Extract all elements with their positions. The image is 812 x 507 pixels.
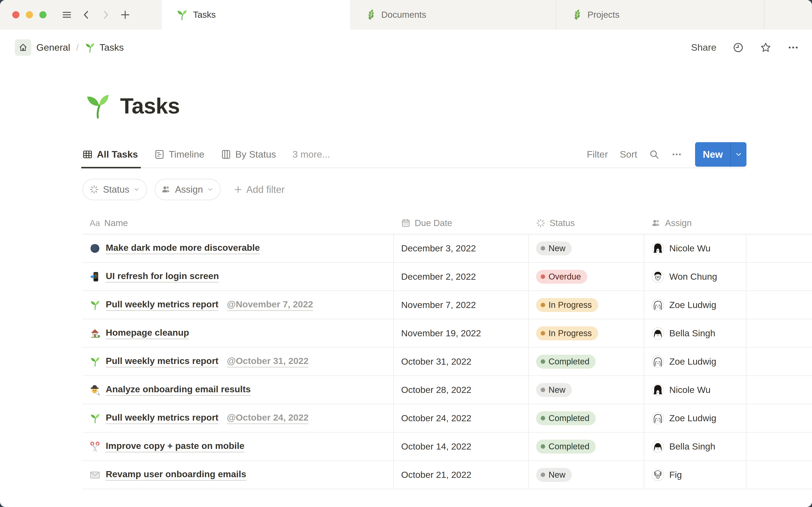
cell-name[interactable]: UI refresh for login screen bbox=[83, 263, 394, 290]
task-title[interactable]: Revamp user onboarding emails bbox=[106, 469, 246, 481]
cell-due-date[interactable]: December 2, 2022 bbox=[394, 263, 529, 290]
new-button[interactable]: New bbox=[695, 142, 730, 167]
back-icon[interactable] bbox=[81, 9, 92, 20]
column-header-name[interactable]: Aa Name bbox=[83, 218, 394, 228]
cell-assign[interactable]: Won Chung bbox=[644, 263, 747, 290]
filter-chip-label: Assign bbox=[175, 184, 203, 195]
view-toolbar: Filter Sort New bbox=[587, 142, 747, 167]
cell-name[interactable]: Revamp user onboarding emails bbox=[83, 461, 394, 489]
timeline-view-icon bbox=[154, 149, 164, 160]
cell-name[interactable]: Pull weekly metrics report @October 31, … bbox=[83, 348, 394, 376]
envelope-icon bbox=[90, 469, 100, 480]
column-label: Assign bbox=[665, 218, 692, 228]
cell-due-date[interactable]: October 21, 2022 bbox=[394, 461, 529, 489]
date-mention[interactable]: @November 7, 2022 bbox=[227, 299, 313, 311]
more-options-icon[interactable] bbox=[788, 42, 799, 53]
new-moon-icon bbox=[90, 243, 100, 254]
cell-due-date[interactable]: October 24, 2022 bbox=[394, 404, 529, 432]
cell-due-date[interactable]: October 31, 2022 bbox=[394, 348, 529, 376]
cell-status[interactable]: Overdue bbox=[529, 263, 644, 290]
cell-name[interactable]: Make dark mode more discoverable bbox=[83, 234, 394, 262]
avatar bbox=[652, 355, 664, 368]
cell-status[interactable]: New bbox=[529, 234, 644, 262]
table-row: Homepage cleanup November 19, 2022 In Pr… bbox=[83, 320, 812, 348]
cell-due-date[interactable]: November 19, 2022 bbox=[394, 320, 529, 347]
cell-name[interactable]: Analyze onboarding email results bbox=[83, 376, 394, 404]
new-dropdown-button[interactable] bbox=[730, 142, 747, 167]
history-clock-icon[interactable] bbox=[732, 42, 744, 53]
view-tab-timeline[interactable]: Timeline bbox=[154, 141, 204, 168]
cell-assign[interactable]: Nicole Wu bbox=[644, 376, 747, 404]
forward-icon[interactable] bbox=[100, 9, 111, 20]
date-mention[interactable]: @October 24, 2022 bbox=[227, 412, 308, 424]
cell-name[interactable]: Homepage cleanup bbox=[83, 320, 394, 347]
cell-status[interactable]: In Progress bbox=[529, 320, 644, 347]
due-date: November 7, 2022 bbox=[401, 300, 476, 310]
cell-assign[interactable]: Zoe Ludwig bbox=[644, 348, 747, 376]
zoom-window-button[interactable] bbox=[39, 11, 47, 18]
minimize-window-button[interactable] bbox=[26, 11, 33, 18]
date-mention[interactable]: @October 31, 2022 bbox=[227, 356, 308, 368]
cell-assign[interactable]: Zoe Ludwig bbox=[644, 291, 747, 319]
breadcrumb-page[interactable]: Tasks bbox=[99, 42, 124, 53]
column-header-status[interactable]: Status bbox=[529, 218, 644, 228]
window-tab-tasks[interactable]: Tasks bbox=[162, 0, 350, 30]
close-window-button[interactable] bbox=[12, 11, 19, 18]
column-header-due-date[interactable]: Due Date bbox=[394, 218, 529, 228]
cell-status[interactable]: Completed bbox=[529, 433, 644, 460]
cell-name[interactable]: Pull weekly metrics report @November 7, … bbox=[83, 291, 394, 319]
task-title[interactable]: Analyze onboarding email results bbox=[106, 384, 251, 396]
task-title[interactable]: UI refresh for login screen bbox=[106, 271, 219, 283]
page-title[interactable]: Tasks bbox=[120, 93, 180, 118]
home-button[interactable] bbox=[15, 39, 31, 56]
search-icon[interactable] bbox=[649, 149, 660, 160]
filter-button[interactable]: Filter bbox=[587, 149, 608, 160]
cell-assign[interactable]: Nicole Wu bbox=[644, 234, 747, 262]
window-tab-projects[interactable]: Projects bbox=[556, 0, 764, 30]
task-title[interactable]: Homepage cleanup bbox=[106, 327, 189, 339]
view-options-icon[interactable] bbox=[671, 149, 682, 160]
cell-due-date[interactable]: October 14, 2022 bbox=[394, 433, 529, 460]
assignee-name: Zoe Ludwig bbox=[669, 356, 716, 367]
cell-name[interactable]: Improve copy + paste on mobile bbox=[83, 433, 394, 460]
filter-chip-status[interactable]: Status bbox=[83, 179, 147, 200]
table-row: Analyze onboarding email results October… bbox=[83, 376, 812, 404]
task-title[interactable]: Pull weekly metrics report bbox=[106, 412, 218, 424]
cell-due-date[interactable]: October 28, 2022 bbox=[394, 376, 529, 404]
chevron-down-icon bbox=[735, 151, 742, 158]
task-title[interactable]: Pull weekly metrics report bbox=[106, 299, 218, 311]
cell-status[interactable]: In Progress bbox=[529, 291, 644, 319]
task-title[interactable]: Improve copy + paste on mobile bbox=[106, 441, 245, 452]
row-filler bbox=[747, 404, 812, 432]
cell-assign[interactable]: Zoe Ludwig bbox=[644, 404, 747, 432]
page-seedling-icon[interactable] bbox=[84, 93, 111, 119]
cell-status[interactable]: Completed bbox=[529, 348, 644, 376]
cell-name[interactable]: Pull weekly metrics report @October 24, … bbox=[83, 404, 394, 432]
more-views-button[interactable]: 3 more... bbox=[293, 149, 330, 160]
status-dot-icon bbox=[541, 472, 545, 477]
favorite-star-icon[interactable] bbox=[760, 42, 771, 53]
task-title[interactable]: Make dark mode more discoverable bbox=[106, 242, 260, 255]
window-tab-documents[interactable]: Documents bbox=[350, 0, 556, 30]
sidebar-menu-icon[interactable] bbox=[61, 9, 72, 20]
avatar bbox=[652, 412, 664, 425]
view-tab-by-status[interactable]: By Status bbox=[221, 141, 276, 168]
cell-assign[interactable]: Bella Singh bbox=[644, 433, 747, 460]
cell-due-date[interactable]: November 7, 2022 bbox=[394, 291, 529, 319]
view-tab-all-tasks[interactable]: All Tasks bbox=[83, 141, 138, 168]
cell-status[interactable]: New bbox=[529, 376, 644, 404]
filter-chip-assign[interactable]: Assign bbox=[155, 179, 220, 200]
breadcrumb-workspace[interactable]: General bbox=[36, 42, 70, 53]
cell-assign[interactable]: Fig bbox=[644, 461, 747, 489]
new-tab-icon[interactable] bbox=[120, 9, 131, 20]
share-button[interactable]: Share bbox=[691, 42, 716, 53]
cell-status[interactable]: New bbox=[529, 461, 644, 489]
cell-status[interactable]: Completed bbox=[529, 404, 644, 432]
add-filter-button[interactable]: Add filter bbox=[234, 184, 285, 195]
sort-button[interactable]: Sort bbox=[620, 149, 637, 160]
cell-assign[interactable]: Bella Singh bbox=[644, 320, 747, 347]
cell-due-date[interactable]: December 3, 2022 bbox=[394, 234, 529, 262]
column-header-assign[interactable]: Assign bbox=[644, 218, 747, 228]
status-dot-icon bbox=[541, 303, 545, 307]
task-title[interactable]: Pull weekly metrics report bbox=[106, 356, 218, 368]
